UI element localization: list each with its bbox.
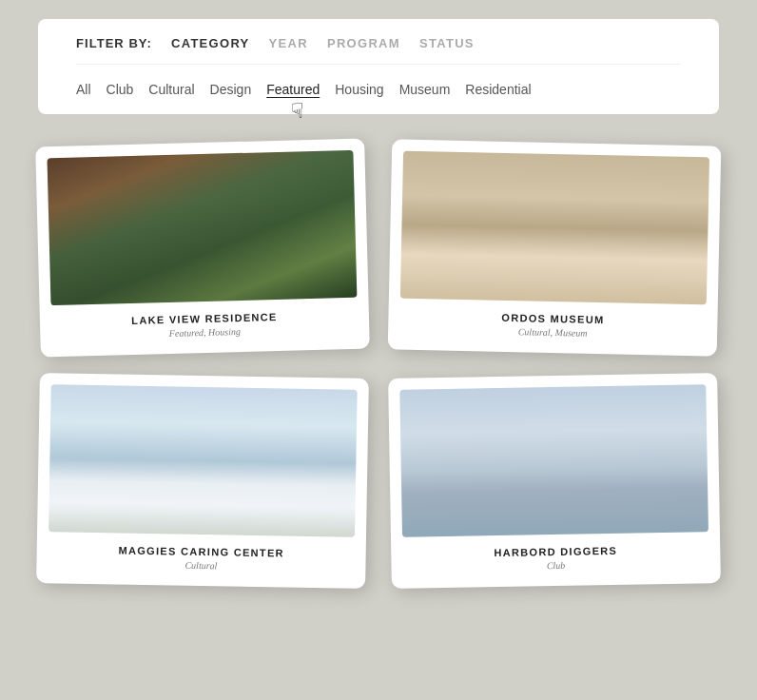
- tab-year[interactable]: YEAR: [269, 36, 308, 50]
- cat-museum[interactable]: Museum: [399, 82, 451, 97]
- cat-all[interactable]: All: [76, 82, 91, 97]
- card-image-ordos: [400, 151, 709, 305]
- card-subtitle-ordos: Cultural, Museum: [518, 326, 588, 339]
- tab-category[interactable]: CATEGORY: [171, 36, 250, 50]
- card-maggies[interactable]: MAGGIES CARING CENTER Cultural: [36, 373, 369, 589]
- filter-tabs: CATEGORY YEAR PROGRAM STATUS: [171, 36, 475, 50]
- card-image-maggies: [49, 384, 358, 537]
- card-image-lake-view: [47, 150, 357, 305]
- card-ordos[interactable]: ORDOS MUSEUM Cultural, Museum: [388, 139, 722, 356]
- cat-club[interactable]: Club: [107, 82, 134, 97]
- card-subtitle-maggies: Cultural: [184, 560, 217, 572]
- card-title-harbord: HARBORD DIGGERS: [494, 545, 617, 558]
- cursor-pointer-icon: ☟: [291, 99, 303, 124]
- cat-cultural[interactable]: Cultural: [148, 82, 194, 97]
- card-subtitle-harbord: Club: [547, 560, 566, 571]
- card-subtitle-lake-view: Featured, Housing: [169, 326, 241, 339]
- cards-grid: LAKE VIEW RESIDENCE Featured, Housing OR…: [38, 143, 719, 586]
- filter-divider: [76, 64, 681, 65]
- card-lake-view[interactable]: LAKE VIEW RESIDENCE Featured, Housing: [35, 139, 370, 358]
- tab-program[interactable]: PROGRAM: [327, 36, 400, 50]
- filter-by-label: FILTER BY:: [76, 36, 152, 50]
- tab-status[interactable]: STATUS: [419, 36, 475, 50]
- card-title-ordos: ORDOS MUSEUM: [501, 312, 604, 325]
- card-title-maggies: MAGGIES CARING CENTER: [118, 544, 284, 558]
- cat-design[interactable]: Design: [210, 82, 252, 97]
- card-title-lake-view: LAKE VIEW RESIDENCE: [131, 311, 278, 326]
- card-harbord[interactable]: HARBORD DIGGERS Club: [388, 373, 721, 589]
- filter-top-row: FILTER BY: CATEGORY YEAR PROGRAM STATUS: [76, 36, 681, 50]
- card-image-harbord: [399, 384, 708, 537]
- cat-residential[interactable]: Residential: [465, 82, 531, 97]
- cat-housing[interactable]: Housing: [335, 82, 383, 97]
- cat-featured[interactable]: Featured ☟: [266, 82, 320, 97]
- category-row: All Club Cultural Design Featured ☟ Hous…: [76, 78, 681, 97]
- filter-bar: FILTER BY: CATEGORY YEAR PROGRAM STATUS …: [38, 19, 719, 114]
